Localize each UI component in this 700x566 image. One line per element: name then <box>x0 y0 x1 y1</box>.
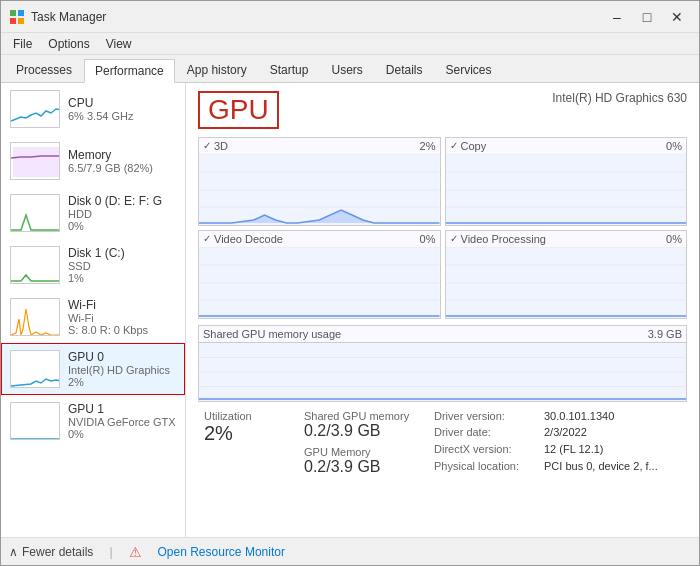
disk0-graph <box>10 194 60 232</box>
chart-3d-area <box>199 155 440 225</box>
wifi-sub1: Wi-Fi <box>68 312 176 324</box>
tab-performance[interactable]: Performance <box>84 59 175 83</box>
app-icon <box>9 9 25 25</box>
charts-grid: ✓ 3D 2% <box>198 137 687 319</box>
gpu1-info: GPU 1 NVIDIA GeForce GTX 0% <box>68 402 176 440</box>
chevron-down-icon: ∧ <box>9 545 18 559</box>
window-title: Task Manager <box>31 10 106 24</box>
cpu-sub: 6% 3.54 GHz <box>68 110 176 122</box>
maximize-button[interactable]: □ <box>633 3 661 31</box>
utilization-label: Utilization <box>204 410 292 422</box>
chart-vd-name: Video Decode <box>214 233 283 245</box>
sidebar-item-gpu0[interactable]: GPU 0 Intel(R) HD Graphics 2% <box>1 343 185 395</box>
panel-title: GPU <box>198 91 279 129</box>
gpu0-sub2: 2% <box>68 376 176 388</box>
tab-processes[interactable]: Processes <box>5 58 83 82</box>
menu-bar: File Options View <box>1 33 699 55</box>
disk0-sub2: 0% <box>68 220 176 232</box>
fewer-details-button[interactable]: ∧ Fewer details <box>9 545 93 559</box>
chart-3d-label: ✓ 3D 2% <box>199 138 440 155</box>
sidebar-item-disk1[interactable]: Disk 1 (C:) SSD 1% <box>1 239 185 291</box>
chart-copy-label: ✓ Copy 0% <box>446 138 687 155</box>
gpu1-sub1: NVIDIA GeForce GTX <box>68 416 176 428</box>
gpu1-sub2: 0% <box>68 428 176 440</box>
monitor-icon: ⚠ <box>129 544 142 560</box>
chart-vd-area <box>199 248 440 318</box>
tab-details[interactable]: Details <box>375 58 434 82</box>
chart-vp-area <box>446 248 687 318</box>
sidebar-item-cpu[interactable]: CPU 6% 3.54 GHz <box>1 83 185 135</box>
chart-copy-percent: 0% <box>666 140 682 152</box>
driver-version-label: Driver version: <box>434 410 544 426</box>
wifi-graph <box>10 298 60 336</box>
chart-3d-name: 3D <box>214 140 228 152</box>
minimize-button[interactable]: – <box>603 3 631 31</box>
shared-chart <box>198 342 687 402</box>
disk1-sub2: 1% <box>68 272 176 284</box>
bottom-bar: ∧ Fewer details | ⚠ Open Resource Monito… <box>1 537 699 565</box>
memory-graph <box>10 142 60 180</box>
disk1-sub1: SSD <box>68 260 176 272</box>
gpu0-graph <box>10 350 60 388</box>
svg-rect-3 <box>18 18 24 24</box>
sidebar-item-memory[interactable]: Memory 6.5/7.9 GB (82%) <box>1 135 185 187</box>
svg-rect-4 <box>13 147 59 177</box>
directx-value: 12 (FL 12.1) <box>544 443 681 459</box>
gpu1-name: GPU 1 <box>68 402 176 416</box>
menu-view[interactable]: View <box>98 35 140 53</box>
shared-label-text: Shared GPU memory usage <box>203 328 341 340</box>
chart-copy-name: Copy <box>461 140 487 152</box>
tab-services[interactable]: Services <box>435 58 503 82</box>
memory-name: Memory <box>68 148 176 162</box>
shared-label: Shared GPU memory usage 3.9 GB <box>198 325 687 342</box>
close-button[interactable]: ✕ <box>663 3 691 31</box>
gpu-memory-value: 0.2/3.9 GB <box>304 458 422 476</box>
menu-options[interactable]: Options <box>40 35 97 53</box>
chart-3d: ✓ 3D 2% <box>198 137 441 226</box>
task-manager-window: Task Manager – □ ✕ File Options View Pro… <box>0 0 700 566</box>
title-bar-controls: – □ ✕ <box>603 3 691 31</box>
sidebar: CPU 6% 3.54 GHz Memory 6.5/7.9 GB (82%) <box>1 83 186 537</box>
wifi-info: Wi-Fi Wi-Fi S: 8.0 R: 0 Kbps <box>68 298 176 336</box>
memory-sub: 6.5/7.9 GB (82%) <box>68 162 176 174</box>
disk1-name: Disk 1 (C:) <box>68 246 176 260</box>
svg-rect-1 <box>18 10 24 16</box>
gpu0-sub1: Intel(R) HD Graphics <box>68 364 176 376</box>
gpu-memory-label: GPU Memory <box>304 446 422 458</box>
panel-subtitle: Intel(R) HD Graphics 630 <box>552 91 687 105</box>
sidebar-item-wifi[interactable]: Wi-Fi Wi-Fi S: 8.0 R: 0 Kbps <box>1 291 185 343</box>
chevron-vp-icon: ✓ <box>450 233 458 244</box>
disk0-sub1: HDD <box>68 208 176 220</box>
disk0-info: Disk 0 (D: E: F: G HDD 0% <box>68 194 176 232</box>
tab-app-history[interactable]: App history <box>176 58 258 82</box>
open-resource-monitor-link[interactable]: Open Resource Monitor <box>158 545 285 559</box>
disk1-info: Disk 1 (C:) SSD 1% <box>68 246 176 284</box>
stat-details: Driver version: 30.0.101.1340 Driver dat… <box>428 408 687 478</box>
svg-rect-0 <box>10 10 16 16</box>
right-panel: GPU Intel(R) HD Graphics 630 ✓ 3D 2% <box>186 83 699 537</box>
cpu-graph <box>10 90 60 128</box>
physical-location-value: PCI bus 0, device 2, f... <box>544 460 681 476</box>
svg-rect-2 <box>10 18 16 24</box>
utilization-block: Utilization 2% <box>198 408 298 478</box>
sidebar-item-gpu1[interactable]: GPU 1 NVIDIA GeForce GTX 0% <box>1 395 185 447</box>
chart-vp-label: ✓ Video Processing 0% <box>446 231 687 248</box>
chart-vp-name: Video Processing <box>461 233 546 245</box>
gpu0-info: GPU 0 Intel(R) HD Graphics 2% <box>68 350 176 388</box>
gpu1-graph <box>10 402 60 440</box>
title-bar: Task Manager – □ ✕ <box>1 1 699 33</box>
utilization-value: 2% <box>204 422 292 445</box>
directx-label: DirectX version: <box>434 443 544 459</box>
shared-gpu-value: 0.2/3.9 GB <box>304 422 422 440</box>
tab-startup[interactable]: Startup <box>259 58 320 82</box>
shared-memory-section: Shared GPU memory usage 3.9 GB <box>198 325 687 402</box>
menu-file[interactable]: File <box>5 35 40 53</box>
sidebar-item-disk0[interactable]: Disk 0 (D: E: F: G HDD 0% <box>1 187 185 239</box>
tab-bar: Processes Performance App history Startu… <box>1 55 699 83</box>
tab-users[interactable]: Users <box>320 58 373 82</box>
chart-vd-label: ✓ Video Decode 0% <box>199 231 440 248</box>
main-content: CPU 6% 3.54 GHz Memory 6.5/7.9 GB (82%) <box>1 83 699 537</box>
memory-info: Memory 6.5/7.9 GB (82%) <box>68 148 176 174</box>
chart-copy: ✓ Copy 0% <box>445 137 688 226</box>
driver-version-value: 30.0.101.1340 <box>544 410 681 426</box>
